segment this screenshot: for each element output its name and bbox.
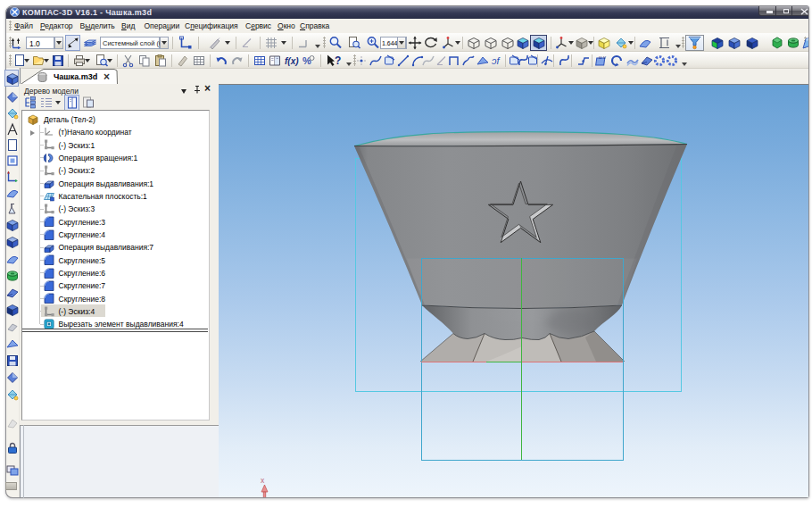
svg-text:ɔf: ɔf xyxy=(492,55,501,66)
svg-text:x: x xyxy=(261,476,265,485)
svg-text:?: ? xyxy=(335,54,341,67)
svg-text:f(x): f(x) xyxy=(285,55,299,65)
svg-text:u v: u v xyxy=(599,54,606,59)
